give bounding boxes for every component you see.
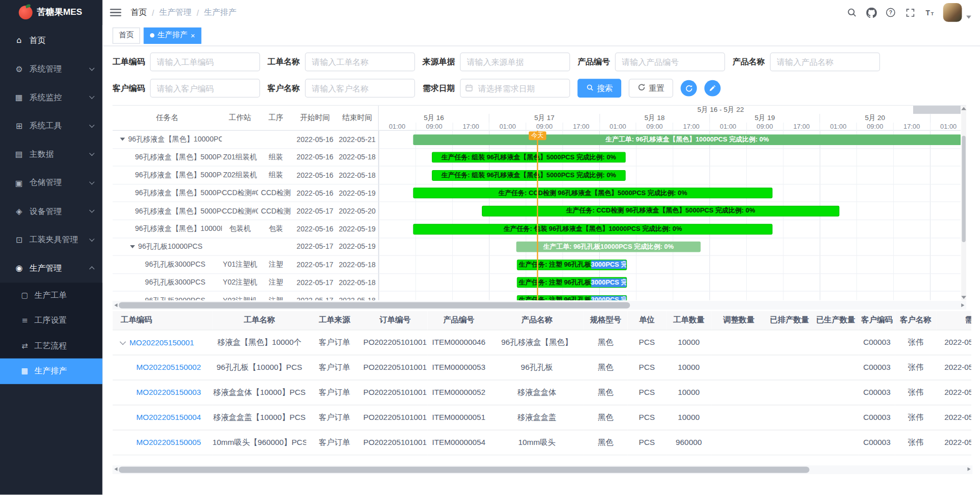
demand-date-input[interactable]: [460, 79, 570, 98]
sidebar-item-monitor[interactable]: ▦系统监控: [0, 83, 103, 112]
table-cell: 96孔孔板: [490, 355, 584, 380]
gantt-task-bar[interactable]: 生产任务: 注塑 96孔孔板3000PCS 完成比例: 0%: [517, 295, 627, 300]
gantt-grid-row[interactable]: 96孔移液盒【黑色】5000PCSZ02组装机组装2022-05-162022-…: [112, 167, 378, 184]
sidebar-item-masterdata[interactable]: ▤主数据: [0, 140, 103, 169]
table-cell: 10000: [666, 405, 711, 430]
gantt-grid-row[interactable]: 96孔移液盒【黑色】10000PCS2022-05-162022-05-21: [112, 131, 378, 149]
filter-input[interactable]: [150, 53, 260, 72]
gantt-grid-row[interactable]: 96孔孔板3000PCSY03注塑机注塑2022-05-172022-05-18: [112, 292, 378, 300]
sidebar-item-production[interactable]: ◉生产管理: [0, 254, 103, 282]
filter-input[interactable]: [305, 79, 415, 98]
font-size-icon[interactable]: TT: [924, 7, 935, 18]
gantt-task-bar[interactable]: 生产任务: 注塑 96孔孔板3000PCS 完成比例: 0%: [517, 277, 627, 288]
gantt-row-line: [379, 292, 961, 300]
table-row[interactable]: MO202205150001移液盒【黑色】10000个客户订单PO2022051…: [112, 329, 971, 355]
github-icon[interactable]: [866, 7, 877, 18]
sidebar-subitem-process-flow[interactable]: ⇄工艺流程: [0, 333, 103, 359]
chevron-down-icon[interactable]: [966, 15, 971, 18]
gantt-grid-row[interactable]: 96孔孔板3000PCSY02注塑机注塑2022-05-172022-05-18: [112, 274, 378, 292]
table-cell: ITEM00000051: [428, 405, 490, 430]
filter-input[interactable]: [460, 53, 570, 72]
tab-close-icon[interactable]: ×: [190, 32, 195, 39]
gantt-grid-row[interactable]: 96孔移液盒【黑色】5000PCSCCD检测#02CCD检测2022-05-17…: [112, 202, 378, 220]
scroll-up-arrow-icon[interactable]: [961, 107, 966, 110]
sidebar-item-tools[interactable]: ⊞系统工具: [0, 112, 103, 140]
work-order-link[interactable]: MO202205150002: [136, 363, 201, 371]
scroll-right-arrow-icon[interactable]: [968, 467, 971, 471]
scroll-left-arrow-icon[interactable]: [114, 467, 117, 471]
table-row[interactable]: MO202205150003移液盒盒体【10000】PCS客户订单PO20220…: [112, 380, 971, 405]
filter-input[interactable]: [150, 79, 260, 98]
work-order-link[interactable]: MO202205150001: [129, 339, 194, 347]
search-button[interactable]: 搜索: [577, 79, 621, 98]
tab-scheduling[interactable]: 生产排产×: [144, 27, 202, 43]
edit-circle-button[interactable]: [704, 80, 721, 97]
gantt-timeline-header: 5月 16 - 5月 22 5月 165月 175月 185月 195月 205…: [379, 106, 961, 131]
horizontal-scrollbar-thumb[interactable]: [119, 302, 630, 308]
tab-home[interactable]: 首页: [112, 27, 140, 43]
gantt-grid-row[interactable]: 96孔移液盒【黑色】10000PCS包装机包装2022-05-162022-05…: [112, 220, 378, 238]
search-icon[interactable]: [846, 7, 857, 18]
chevron-down-icon[interactable]: [120, 339, 126, 345]
sidebar-subitem-work-order[interactable]: ▢生产工单: [0, 282, 103, 308]
fullscreen-icon[interactable]: [904, 7, 916, 18]
gantt-grid-row[interactable]: 96孔孔板3000PCSY01注塑机注塑2022-05-172022-05-18: [112, 256, 378, 274]
work-order-link[interactable]: MO202205150004: [136, 413, 201, 421]
sidebar-item-warehouse[interactable]: ▣仓储管理: [0, 169, 103, 197]
gantt-grid-row[interactable]: 96孔移液盒【黑色】5000PCSZ01组装机组装2022-05-162022-…: [112, 149, 378, 167]
scroll-down-arrow-icon[interactable]: [961, 296, 966, 299]
filter-form: 工单编码工单名称来源单据产品编号产品名称 客户编码客户名称需求日期搜索重置: [112, 53, 980, 98]
logo[interactable]: 苦糖果MES: [0, 0, 103, 25]
gantt-vertical-scrollbar[interactable]: [961, 106, 966, 300]
gantt-task-bar[interactable]: 生产任务: 包装 96孔移液盒【黑色】10000PCS 完成比例: 0%: [413, 224, 772, 234]
caret-down-icon[interactable]: [120, 138, 125, 141]
reset-button[interactable]: 重置: [629, 79, 673, 98]
timeline-day-label: 5月 17: [489, 114, 599, 122]
table-row[interactable]: MO20220515000296孔孔板【10000】PCS客户订单PO20220…: [112, 355, 971, 380]
content: 工单编码工单名称来源单据产品编号产品名称 客户编码客户名称需求日期搜索重置 任务…: [103, 46, 980, 495]
avatar[interactable]: [943, 3, 962, 22]
sidebar-item-equipment[interactable]: ◈设备管理: [0, 197, 103, 226]
scroll-right-arrow-icon[interactable]: [961, 303, 964, 307]
sidebar-subitem-scheduling[interactable]: ▦生产排产: [0, 359, 103, 384]
filter-input[interactable]: [305, 53, 415, 72]
refresh-circle-button[interactable]: [680, 80, 697, 97]
vertical-scrollbar-thumb[interactable]: [962, 136, 965, 242]
caret-down-icon[interactable]: [130, 245, 135, 248]
breadcrumb-item[interactable]: 首页: [131, 7, 147, 18]
table-cell: MO202205150004: [112, 405, 212, 430]
table-horizontal-scrollbar[interactable]: [112, 465, 972, 474]
sidebar-item-system[interactable]: ⚙系统管理: [0, 55, 103, 83]
gantt-column-header: 工序: [258, 112, 294, 123]
bar-label-part: 生产任务: 注塑 96孔孔板: [519, 296, 591, 300]
topbar-actions: ? TT: [846, 3, 971, 22]
gantt-grid-row[interactable]: 96孔移液盒【黑色】5000PCSCCD检测#01CCD检测2022-05-16…: [112, 184, 378, 202]
gantt-order-bar[interactable]: 生产工单: 96孔移液盒【黑色】10000PCS 完成比例: 0%: [413, 134, 961, 145]
gantt-horizontal-scrollbar[interactable]: [112, 301, 966, 310]
sidebar-subitem-process-setting[interactable]: ≡工序设置: [0, 308, 103, 333]
gantt-task-bar[interactable]: 生产任务: CCD检测 96孔移液盒【黑色】5000PCS 完成比例: 0%: [482, 206, 839, 217]
sidebar-item-fixture[interactable]: ⊡工装夹具管理: [0, 225, 103, 254]
hamburger-icon[interactable]: [110, 9, 121, 16]
home-icon: ⌂: [14, 36, 24, 45]
gantt-task-bar[interactable]: 生产任务: 组装 96孔移液盒【黑色】5000PCS 完成比例: 0%: [432, 152, 626, 163]
help-icon[interactable]: ?: [885, 7, 896, 18]
scroll-left-arrow-icon[interactable]: [114, 303, 117, 307]
gantt-order-bar[interactable]: 生产工单: 96孔孔板10000PCS 完成比例: 0%: [516, 242, 700, 252]
gantt-task-grid: 任务名工作站工序开始时间结束时间 96孔移液盒【黑色】10000PCS2022-…: [112, 106, 378, 300]
filter-input[interactable]: [770, 53, 880, 72]
gantt-task-bar[interactable]: 生产任务: CCD检测 96孔移液盒【黑色】5000PCS 完成比例: 0%: [413, 188, 772, 199]
breadcrumb-item[interactable]: 生产管理: [159, 7, 192, 18]
horizontal-scrollbar-thumb[interactable]: [119, 466, 810, 473]
gantt-grid-row[interactable]: 96孔孔板10000PCS2022-05-172022-05-19: [112, 238, 378, 256]
gantt-task-bar[interactable]: 生产任务: 注塑 96孔孔板3000PCS 完成比例: 0%: [517, 260, 627, 270]
table-row[interactable]: MO20220515000510mm吸头【960000】PCS客户订单PO202…: [112, 430, 971, 455]
work-order-link[interactable]: MO202205150003: [136, 388, 201, 396]
sidebar-item-home[interactable]: ⌂首页: [0, 26, 103, 55]
gantt-task-bar[interactable]: 生产任务: 组装 96孔移液盒【黑色】5000PCS 完成比例: 0%: [432, 170, 626, 181]
table-cell: ITEM00000052: [428, 380, 490, 405]
filter-input[interactable]: [615, 53, 725, 72]
table-row[interactable]: MO202205150004移液盒盒盖【10000】PCS客户订单PO20220…: [112, 405, 971, 430]
active-tab-dot-icon: [150, 33, 155, 38]
work-order-link[interactable]: MO202205150005: [136, 438, 201, 446]
